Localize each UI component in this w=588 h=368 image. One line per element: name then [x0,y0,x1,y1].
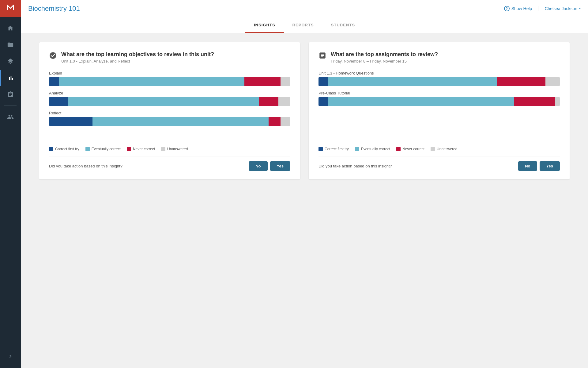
legend-left: Correct first try Eventually correct Nev… [49,142,290,151]
card-left-header: What are the top learning objectives to … [49,51,290,63]
swatch-never-r [396,147,401,151]
tab-reports[interactable]: REPORTS [284,17,322,33]
chart-row-reflect: Reflect [49,111,290,126]
yes-button-right[interactable]: Yes [540,161,560,171]
chart-row-tutorial: Pre-Class Tutorial [318,91,560,106]
legend-item-never-r: Never correct [396,147,424,151]
bar-reflect [49,117,290,126]
chart-right: Unit 1.3 - Homework Questions Pre-Class … [318,71,560,131]
sidebar-item-clipboard[interactable] [0,86,21,102]
bar-tutorial-unanswered [555,97,560,106]
bar-homework [318,77,560,86]
legend-label-never-r: Never correct [402,147,424,151]
legend-label-correct-first: Correct first try [55,147,79,151]
chart-label-explain: Explain [49,71,290,75]
objectives-icon [49,52,57,61]
topbar-right: ? Show Help Chelsea Jackson ▾ [504,6,581,11]
card-right-header: What are the top assignments to review? … [318,51,560,63]
page-title: Biochemistry 101 [28,5,504,13]
chart-row-analyze: Analyze [49,91,290,106]
chart-label-tutorial: Pre-Class Tutorial [318,91,560,95]
card-right-text: What are the top assignments to review? … [331,51,438,63]
tab-students[interactable]: STUDENTS [322,17,364,33]
bar-reflect-eventually [92,117,269,126]
bar-explain-never [244,77,281,86]
bar-explain-unanswered [281,77,290,86]
legend-item-correct-first-r: Correct first try [318,147,349,151]
bar-reflect-correct-first [49,117,92,126]
legend-item-eventually: Eventually correct [85,147,121,151]
legend-label-eventually: Eventually correct [92,147,121,151]
card-left-text: What are the top learning objectives to … [61,51,214,63]
bar-reflect-never [269,117,281,126]
sidebar [0,0,21,368]
chevron-down-icon: ▾ [579,7,581,10]
bar-tutorial-never [514,97,555,106]
action-text-right: Did you take action based on this insigh… [318,164,392,168]
sidebar-item-people[interactable] [0,109,21,125]
bar-reflect-unanswered [281,117,290,126]
chart-label-reflect: Reflect [49,111,290,115]
legend-label-unanswered: Unanswered [167,147,188,151]
bar-explain [49,77,290,86]
yes-button-left[interactable]: Yes [270,161,290,171]
legend-label-correct-first-r: Correct first try [325,147,349,151]
card-assignments: What are the top assignments to review? … [309,42,570,179]
legend-item-correct-first: Correct first try [49,147,79,151]
swatch-eventually-r [355,147,359,151]
nav-tabs: INSIGHTS REPORTS STUDENTS [21,17,588,33]
tab-insights[interactable]: INSIGHTS [245,17,284,33]
bar-explain-eventually [59,77,245,86]
sidebar-item-layers[interactable] [0,53,21,69]
sidebar-bottom [7,350,13,368]
legend-label-unanswered-r: Unanswered [437,147,457,151]
sidebar-nav [0,17,21,350]
action-buttons-right: No Yes [518,161,560,171]
bar-homework-correct-first [318,77,328,86]
swatch-correct-first-r [318,147,323,151]
help-label: Show Help [511,6,532,11]
card-right-subtitle: Friday, November 8 – Friday, November 15 [331,59,438,63]
logo-icon [6,3,15,14]
legend-label-never: Never correct [133,147,155,151]
chart-label-analyze: Analyze [49,91,290,95]
card-right-title: What are the top assignments to review? [331,51,438,58]
no-button-right[interactable]: No [518,161,537,171]
legend-item-unanswered: Unanswered [161,147,188,151]
action-row-left: Did you take action based on this insigh… [49,156,290,171]
sidebar-item-chart[interactable] [0,70,21,86]
main-content: Biochemistry 101 ? Show Help Chelsea Jac… [21,0,588,368]
content-area: What are the top learning objectives to … [21,33,588,368]
topbar: Biochemistry 101 ? Show Help Chelsea Jac… [21,0,588,17]
app-logo[interactable] [0,0,21,17]
bar-tutorial [318,97,560,106]
bar-tutorial-correct-first [318,97,328,106]
sidebar-item-folder[interactable] [0,37,21,53]
user-menu[interactable]: Chelsea Jackson ▾ [538,6,581,11]
card-left-title: What are the top learning objectives to … [61,51,214,58]
chart-row-explain: Explain [49,71,290,86]
cards-row: What are the top learning objectives to … [39,42,570,179]
user-name: Chelsea Jackson [545,6,577,11]
show-help-button[interactable]: ? Show Help [504,6,539,11]
legend-label-eventually-r: Eventually correct [361,147,390,151]
legend-right: Correct first try Eventually correct Nev… [318,142,560,151]
help-icon: ? [504,6,510,11]
bar-analyze [49,97,290,106]
sidebar-divider [4,105,17,106]
action-buttons-left: No Yes [249,161,290,171]
sidebar-item-home[interactable] [0,20,21,36]
swatch-correct-first [49,147,53,151]
bar-tutorial-eventually [328,97,514,106]
swatch-unanswered-r [431,147,435,151]
assignments-icon [318,52,326,61]
legend-item-eventually-r: Eventually correct [355,147,390,151]
swatch-eventually [85,147,90,151]
chart-label-homework: Unit 1.3 - Homework Questions [318,71,560,75]
no-button-left[interactable]: No [249,161,267,171]
swatch-never [127,147,131,151]
card-left-subtitle: Unit 1.0 - Explain, Analyze, and Reflect [61,59,214,63]
card-learning-objectives: What are the top learning objectives to … [39,42,300,179]
sidebar-expand-button[interactable] [7,350,13,363]
chart-row-homework: Unit 1.3 - Homework Questions [318,71,560,86]
